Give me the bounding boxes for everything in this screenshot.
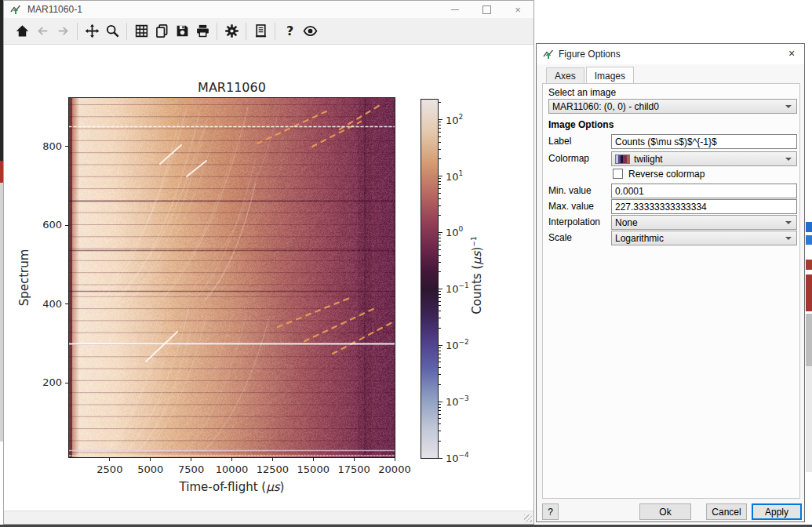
- max-value-input[interactable]: [611, 199, 797, 214]
- colorbar-tick-label: 10−2: [446, 338, 469, 351]
- chevron-down-icon: [785, 237, 792, 240]
- colorbar-minor-tick: [439, 184, 441, 185]
- colorbar-minor-tick: [439, 198, 441, 199]
- background-edge-blue2: [806, 235, 812, 245]
- x-axis-label: Time-of-flight (μs): [69, 480, 395, 494]
- colorbar-tick: [439, 402, 442, 402]
- combo-value: twilight: [634, 154, 663, 165]
- colorbar-tick-label: 102: [446, 113, 463, 126]
- colorbar: [421, 99, 439, 459]
- reverse-colormap-checkbox[interactable]: [613, 169, 623, 179]
- colorbar-minor-tick: [439, 128, 441, 129]
- colorbar-minor-tick: [439, 136, 441, 137]
- background-edge-blue1: [806, 222, 812, 232]
- colorbar-minor-tick: [439, 311, 441, 311]
- resize-grip[interactable]: [524, 514, 532, 522]
- help-button[interactable]: ?: [542, 503, 559, 520]
- colorbar-minor-tick: [439, 423, 441, 424]
- y-tick-label: 600: [27, 219, 62, 231]
- colorbar-minor-tick: [439, 407, 441, 408]
- colorbar-minor-tick: [439, 241, 441, 242]
- image-select-combo[interactable]: MAR11060: (0, 0) - child0: [548, 99, 797, 114]
- select-image-label: Select an image: [548, 87, 616, 98]
- colorbar-minor-tick: [439, 132, 441, 133]
- x-tick: [191, 458, 191, 461]
- colorbar-minor-tick: [439, 351, 441, 351]
- colormap-swatch-icon: [615, 154, 630, 164]
- colorbar-minor-tick: [439, 374, 441, 375]
- colorbar-minor-tick: [439, 102, 441, 103]
- colorbar-minor-tick: [439, 262, 441, 263]
- heatmap-image[interactable]: [69, 98, 395, 457]
- colorbar-minor-tick: [439, 215, 441, 216]
- colorbar-minor-tick: [439, 149, 441, 150]
- colorbar-minor-tick: [439, 125, 441, 125]
- interpolation-combo[interactable]: None: [611, 215, 797, 230]
- plot-title: MAR11060: [69, 80, 395, 95]
- colorbar-minor-tick: [439, 238, 441, 238]
- field-label-scale: Scale: [548, 232, 572, 243]
- x-tick-label: 7500: [171, 463, 212, 475]
- combo-value: Logarithmic: [615, 233, 664, 244]
- colorbar-tick-label: 10−4: [446, 451, 469, 464]
- label-input[interactable]: [611, 134, 797, 149]
- colorbar-minor-tick: [439, 367, 441, 368]
- background-edge-red1: [806, 260, 812, 270]
- field-label-label: Label: [548, 136, 571, 147]
- colorbar-minor-tick: [439, 305, 441, 306]
- colorbar-minor-tick: [439, 418, 441, 419]
- figure-area: MAR11060 Spectrum Time-of-flight (μs) Co…: [4, 1, 533, 524]
- x-tick: [395, 458, 395, 461]
- x-tick-label: 20000: [374, 463, 415, 475]
- x-tick-label: 15000: [293, 463, 333, 475]
- chevron-down-icon: [785, 221, 792, 224]
- colorbar-tick-label: 10−1: [446, 282, 469, 295]
- dialog-close-icon[interactable]: ×: [782, 45, 801, 61]
- y-tick: [65, 383, 68, 383]
- field-label-min-value: Min. value: [548, 185, 592, 196]
- tab-images[interactable]: Images: [586, 67, 634, 83]
- colorbar-minor-tick: [439, 414, 441, 415]
- tab-axes[interactable]: Axes: [546, 67, 584, 84]
- colorbar-minor-tick: [439, 249, 441, 250]
- chevron-down-icon: [785, 158, 792, 161]
- image-options-section-title: Image Options: [548, 119, 614, 130]
- colorbar-tick: [439, 232, 442, 233]
- colorbar-minor-tick: [439, 188, 441, 189]
- colormap-combo[interactable]: twilight: [611, 151, 797, 166]
- colorbar-minor-tick: [439, 158, 441, 159]
- reverse-colormap-label: Reverse colormap: [628, 169, 705, 180]
- plot-frame: [68, 97, 395, 458]
- image-select-value: MAR11060: (0, 0) - child0: [552, 101, 659, 112]
- dialog-titlebar[interactable]: Figure Options ×: [537, 44, 804, 64]
- status-bar: [4, 511, 533, 524]
- colorbar-minor-tick: [439, 193, 441, 194]
- colorbar-tick: [439, 458, 442, 459]
- colorbar-minor-tick: [439, 362, 441, 362]
- y-tick-label: 200: [27, 376, 62, 388]
- colorbar-minor-tick: [439, 245, 441, 245]
- colorbar-minor-tick: [439, 122, 441, 122]
- colorbar-minor-tick: [439, 347, 441, 348]
- scale-combo[interactable]: Logarithmic: [611, 231, 797, 245]
- dialog-app-icon: [543, 49, 554, 60]
- colorbar-minor-tick: [439, 301, 441, 302]
- field-label-max-value: Max. value: [548, 201, 594, 212]
- x-tick-label: 17500: [333, 463, 374, 475]
- chevron-down-icon: [785, 105, 792, 108]
- plot-window: MAR11060-1 × ? MAR11060 Spectrum Time-of…: [3, 0, 534, 525]
- colorbar-minor-tick: [439, 297, 441, 298]
- x-tick-label: 10000: [212, 463, 253, 475]
- min-value-input[interactable]: [611, 184, 797, 198]
- background-edge-red2: [806, 274, 812, 311]
- background-edge-gray: [806, 314, 812, 366]
- colorbar-tick: [439, 289, 442, 289]
- cancel-button[interactable]: Cancel: [706, 503, 747, 520]
- colorbar-minor-tick: [439, 431, 441, 431]
- colorbar-minor-tick: [439, 328, 441, 329]
- colorbar-minor-tick: [439, 354, 441, 354]
- x-tick: [354, 458, 355, 461]
- ok-button[interactable]: Ok: [639, 503, 691, 520]
- colorbar-minor-tick: [439, 271, 441, 272]
- apply-button[interactable]: Apply: [752, 503, 802, 520]
